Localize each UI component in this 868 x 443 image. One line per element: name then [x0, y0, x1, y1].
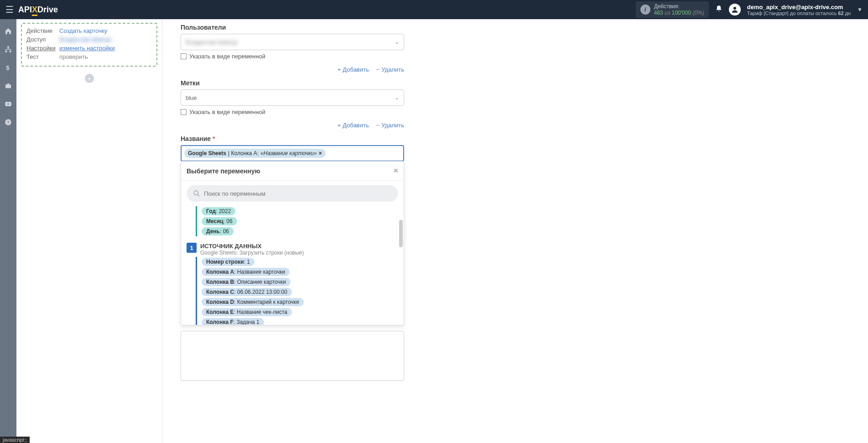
- step-settings-value[interactable]: изменить настройки: [59, 45, 115, 52]
- labels-add-link[interactable]: +Добавить: [338, 122, 369, 129]
- step-card: ДействиеСоздать карточку ДоступВладислав…: [21, 23, 157, 67]
- users-variable-checkbox[interactable]: Указать в виде переменной: [181, 53, 404, 60]
- minus-icon: −: [376, 66, 380, 73]
- sidebar-dollar-icon[interactable]: $: [0, 59, 16, 76]
- labels-delete-link[interactable]: −Удалить: [376, 122, 404, 129]
- content: Пользователи Владислав Шевчук ⌄ Указать …: [162, 19, 868, 443]
- logo-x: X: [32, 5, 37, 15]
- chevron-down-icon: ⌄: [395, 94, 399, 101]
- search-icon: [193, 190, 200, 197]
- svg-line-10: [198, 194, 199, 196]
- name-input[interactable]: Google Sheets | Колонка A: «Название кар…: [181, 145, 404, 162]
- step-action-value[interactable]: Создать карточку: [59, 27, 107, 34]
- add-step-button[interactable]: +: [85, 74, 94, 83]
- minus-icon: −: [376, 122, 380, 129]
- sidebar-briefcase-icon[interactable]: [0, 78, 16, 94]
- var-chip-f[interactable]: Колонка F: Задача 1: [202, 318, 264, 325]
- var-chip-a[interactable]: Колонка A: Название карточки: [202, 268, 290, 276]
- svg-rect-2: [5, 51, 7, 52]
- header-right: i Действия: 463 из 100'000 (0%) demo_api…: [636, 1, 863, 18]
- actions-of: из: [665, 10, 670, 16]
- header: ☰ APIXDrive i Действия: 463 из 100'000 (…: [0, 0, 868, 19]
- user-tariff: Тариф |Стандарт| до оплаты осталось 62 д…: [747, 10, 851, 16]
- users-label: Пользователи: [181, 24, 404, 31]
- users-delete-link[interactable]: −Удалить: [376, 66, 404, 73]
- sidebar: $ ?: [0, 19, 16, 443]
- labels-select[interactable]: blue ⌄: [181, 89, 404, 106]
- dropdown-body[interactable]: Год: 2022 Месяц: 06 День: 06 1 ИСТОЧНИК …: [181, 206, 404, 325]
- logo[interactable]: APIXDrive: [18, 5, 58, 15]
- svg-rect-1: [7, 46, 9, 47]
- step-test-value[interactable]: проверить: [59, 53, 88, 60]
- sidebar-help-icon[interactable]: ?: [0, 114, 16, 130]
- scrollbar[interactable]: [399, 220, 403, 247]
- var-chip-day[interactable]: День: 06: [202, 227, 234, 235]
- close-icon[interactable]: ×: [393, 166, 398, 176]
- source-header: 1 ИСТОЧНИК ДАННЫХ Google Sheets: Загрузи…: [187, 243, 398, 256]
- var-chip-b[interactable]: Колонка B: Описание карточки: [202, 278, 291, 286]
- actions-count: 463: [654, 10, 663, 16]
- source-var-group: Номер строки: 1 Колонка A: Название карт…: [196, 257, 398, 325]
- var-chip-month[interactable]: Месяц: 06: [202, 217, 237, 225]
- var-chip-d[interactable]: Колонка D: Комментарий к карточке: [202, 298, 304, 306]
- name-label: Название *: [181, 135, 404, 142]
- bell-icon[interactable]: [715, 5, 722, 14]
- svg-point-9: [194, 191, 198, 195]
- description-textarea[interactable]: [181, 331, 404, 381]
- sidebar-sitemap-icon[interactable]: [0, 41, 16, 57]
- step-access-label: Доступ: [26, 36, 59, 43]
- search-input[interactable]: [204, 190, 392, 197]
- users-add-link[interactable]: +Добавить: [338, 66, 369, 73]
- users-select[interactable]: Владислав Шевчук ⌄: [181, 34, 404, 50]
- actions-title: Действия:: [654, 3, 704, 10]
- var-chip-row[interactable]: Номер строки: 1: [202, 258, 255, 266]
- actions-pct: (0%): [692, 10, 704, 16]
- step-access-value[interactable]: Владислав Шевчук: [59, 36, 112, 43]
- actions-total: 100'000: [672, 10, 691, 16]
- step-test-label: Тест: [26, 53, 59, 60]
- source-number: 1: [187, 243, 197, 253]
- checkbox-icon[interactable]: [181, 109, 187, 115]
- step-settings-label: Настройки: [26, 45, 59, 52]
- logo-api: API: [18, 5, 32, 15]
- chevron-down-icon: ⌄: [395, 39, 399, 45]
- date-var-group: Год: 2022 Месяц: 06 День: 06: [196, 206, 398, 236]
- logo-drive: Drive: [37, 5, 58, 15]
- tag-close-icon[interactable]: ×: [319, 150, 322, 156]
- var-chip-year[interactable]: Год: 2022: [202, 207, 235, 215]
- hamburger-icon[interactable]: ☰: [5, 4, 14, 15]
- chevron-down-icon[interactable]: ▼: [857, 6, 863, 13]
- svg-point-0: [733, 7, 736, 10]
- plus-icon: +: [338, 66, 341, 73]
- actions-text: Действия: 463 из 100'000 (0%): [654, 3, 704, 16]
- svg-text:$: $: [6, 64, 10, 71]
- svg-rect-3: [10, 51, 11, 52]
- variable-dropdown: Выберите переменную × Год: 2022 Ме: [181, 161, 404, 325]
- left-panel: ДействиеСоздать карточку ДоступВладислав…: [16, 19, 162, 443]
- user-email: demo_apix_drive@apix-drive.com: [747, 4, 851, 10]
- user-info[interactable]: demo_apix_drive@apix-drive.com Тариф |Ст…: [747, 4, 851, 16]
- source-subtitle: Google Sheets: Загрузить строки (новые): [200, 250, 304, 256]
- svg-rect-5: [5, 84, 11, 88]
- plus-icon: +: [338, 122, 341, 129]
- name-tag[interactable]: Google Sheets | Колонка A: «Название кар…: [184, 149, 326, 158]
- labels-label: Метки: [181, 79, 404, 87]
- svg-text:?: ?: [7, 120, 10, 125]
- dropdown-title: Выберите переменную: [187, 167, 260, 175]
- labels-variable-checkbox[interactable]: Указать в виде переменной: [181, 109, 404, 115]
- source-title: ИСТОЧНИК ДАННЫХ: [200, 243, 304, 250]
- step-action-label: Действие: [26, 27, 59, 34]
- info-icon: i: [640, 5, 650, 15]
- sidebar-home-icon[interactable]: [0, 23, 16, 39]
- avatar-icon[interactable]: [729, 4, 741, 16]
- var-chip-c[interactable]: Колонка C: 06.06.2022 13:00:00: [202, 288, 292, 296]
- var-chip-e[interactable]: Колонка E: Название чек-листа: [202, 308, 292, 316]
- actions-box[interactable]: i Действия: 463 из 100'000 (0%): [636, 1, 709, 18]
- sidebar-youtube-icon[interactable]: [0, 96, 16, 112]
- checkbox-icon[interactable]: [181, 53, 187, 59]
- status-bar: javascript:;: [0, 437, 30, 443]
- search-wrapper: [187, 185, 398, 202]
